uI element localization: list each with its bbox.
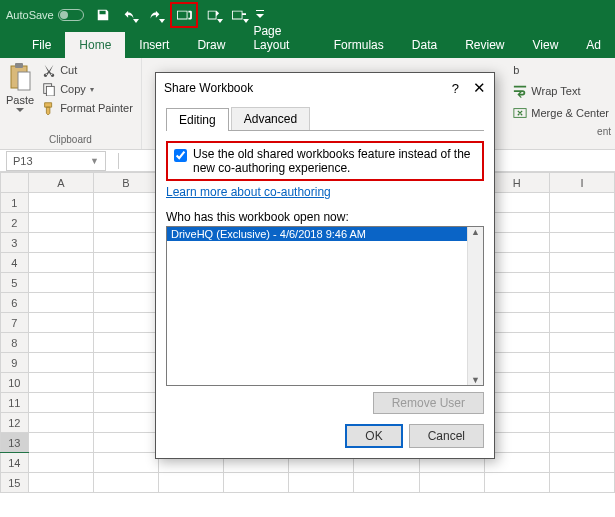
share-workbook-qat-highlight [170,2,198,28]
merge-icon [513,106,527,120]
save-icon[interactable] [92,4,114,26]
tab-formulas[interactable]: Formulas [320,32,398,58]
scrollbar[interactable]: ▲▼ [467,227,483,385]
help-icon[interactable]: ? [452,81,459,96]
track-changes-icon[interactable] [228,4,250,26]
share-workbook-icon[interactable] [173,4,195,26]
format-painter-button[interactable]: Format Painter [40,100,135,116]
name-box-value: P13 [13,155,33,167]
tab-insert[interactable]: Insert [125,32,183,58]
scissors-icon [42,63,56,77]
row-header[interactable]: 4 [1,253,29,273]
select-all-corner[interactable] [1,173,29,193]
use-old-shared-label: Use the old shared workbooks feature ins… [193,147,476,175]
svg-rect-2 [18,72,30,90]
ok-button[interactable]: OK [345,424,402,448]
col-header[interactable]: I [549,173,614,193]
redo-button[interactable] [144,4,166,26]
clipboard-group: Paste Cut Copy▾ Format Painter Clipboard [0,58,142,149]
tab-draw[interactable]: Draw [183,32,239,58]
toggle-icon [58,9,84,21]
customize-qat-icon[interactable] [254,4,266,26]
scroll-down-icon[interactable]: ▼ [471,375,480,385]
chevron-down-icon: ▼ [90,156,99,166]
copy-button[interactable]: Copy▾ [40,81,135,97]
alignment-frag-label: ent [511,126,611,139]
row-header[interactable]: 2 [1,213,29,233]
tab-page-layout[interactable]: Page Layout [239,18,319,58]
brush-icon [42,101,56,115]
chevron-down-icon [16,108,24,113]
copy-label: Copy [60,83,86,95]
dialog-tabs: Editing Advanced [166,107,484,131]
tab-addins[interactable]: Ad [572,32,615,58]
format-painter-label: Format Painter [60,102,133,114]
paste-button[interactable]: Paste [6,62,34,116]
row-header[interactable]: 6 [1,293,29,313]
clipboard-group-label: Clipboard [6,134,135,147]
list-item[interactable]: DriveHQ (Exclusive) - 4/6/2018 9:46 AM [167,227,483,241]
autosave-label: AutoSave [6,9,54,21]
row-header[interactable]: 5 [1,273,29,293]
row-header[interactable]: 12 [1,413,29,433]
row-header[interactable]: 15 [1,473,29,493]
row-header[interactable]: 11 [1,393,29,413]
merge-center-label: Merge & Center [531,107,609,119]
alignment-fragment: b Wrap Text Merge & Center ent [511,62,615,139]
legacy-sharing-highlight: Use the old shared workbooks feature ins… [166,141,484,181]
svg-rect-4 [47,86,55,96]
ribbon-tabs: File Home Insert Draw Page Layout Formul… [0,30,615,58]
wrap-text-button[interactable]: Wrap Text [511,82,611,100]
tab-editing[interactable]: Editing [166,108,229,131]
row-header[interactable]: 10 [1,373,29,393]
tab-view[interactable]: View [519,32,573,58]
share-workbook-dialog: Share Workbook ? ✕ Editing Advanced Use … [155,72,495,459]
paste-label: Paste [6,94,34,106]
merge-center-button[interactable]: Merge & Center [511,104,611,122]
paste-icon [7,62,33,92]
formula-bar[interactable] [112,153,119,169]
autosave-toggle[interactable]: AutoSave [6,9,84,21]
row-header[interactable]: 14 [1,453,29,473]
frag-b: b [511,62,611,78]
tab-advanced[interactable]: Advanced [231,107,310,130]
tab-review[interactable]: Review [451,32,518,58]
users-listbox[interactable]: DriveHQ (Exclusive) - 4/6/2018 9:46 AM ▲… [166,226,484,386]
svg-rect-5 [514,109,526,118]
close-icon[interactable]: ✕ [473,79,486,97]
cancel-button[interactable]: Cancel [409,424,484,448]
dialog-titlebar[interactable]: Share Workbook ? ✕ [156,73,494,103]
svg-rect-1 [15,63,23,68]
name-box[interactable]: P13 ▼ [6,151,106,171]
col-header[interactable]: B [93,173,158,193]
remove-user-button: Remove User [373,392,484,414]
row-header[interactable]: 13 [1,433,29,453]
tab-data[interactable]: Data [398,32,451,58]
row-header[interactable]: 8 [1,333,29,353]
undo-button[interactable] [118,4,140,26]
who-has-open-label: Who has this workbook open now: [166,210,484,224]
row-header[interactable]: 9 [1,353,29,373]
tab-home[interactable]: Home [65,32,125,58]
tab-file[interactable]: File [18,32,65,58]
quick-access-toolbar [92,2,266,28]
col-header[interactable]: A [28,173,93,193]
scroll-up-icon[interactable]: ▲ [471,227,480,237]
cut-label: Cut [60,64,77,76]
use-old-shared-checkbox[interactable] [174,149,187,162]
dialog-title: Share Workbook [164,81,253,95]
protect-share-icon[interactable] [202,4,224,26]
learn-more-link[interactable]: Learn more about co-authoring [166,185,331,199]
row-header[interactable]: 3 [1,233,29,253]
wrap-text-label: Wrap Text [531,85,580,97]
cut-button[interactable]: Cut [40,62,135,78]
copy-icon [42,82,56,96]
wrap-text-icon [513,84,527,98]
row-header[interactable]: 1 [1,193,29,213]
row-header[interactable]: 7 [1,313,29,333]
